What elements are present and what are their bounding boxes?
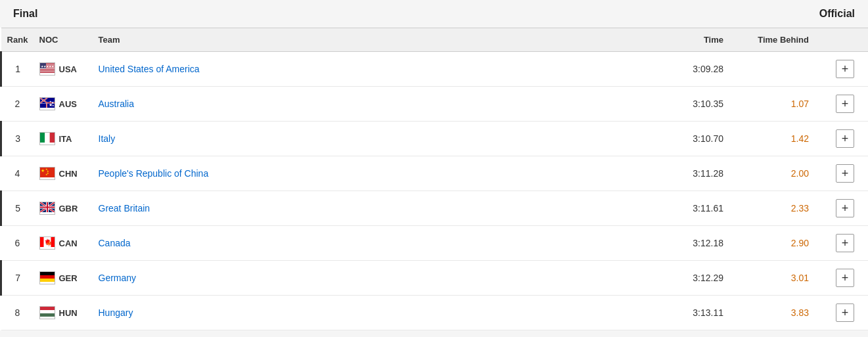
rank-cell: 7 bbox=[1, 261, 34, 296]
noc-code: GBR bbox=[59, 204, 78, 213]
svg-text:🍁: 🍁 bbox=[45, 238, 53, 247]
svg-text:★: ★ bbox=[49, 100, 52, 103]
expand-cell: + bbox=[822, 261, 868, 296]
table-row: 4 ★ ★ ★ ★ ★ CHN People's Republic of Chi… bbox=[1, 156, 869, 191]
svg-rect-8 bbox=[40, 68, 55, 69]
svg-rect-49 bbox=[40, 237, 44, 247]
time-value: 3:09.28 bbox=[664, 52, 737, 87]
team-name[interactable]: United States of America bbox=[93, 52, 665, 87]
expand-button[interactable]: + bbox=[836, 269, 854, 287]
team-name[interactable]: Canada bbox=[93, 226, 665, 261]
table-row: 3 ITA Italy 3:10.70 1.42 + bbox=[1, 122, 869, 156]
svg-rect-53 bbox=[40, 272, 55, 275]
svg-text:★: ★ bbox=[52, 104, 55, 107]
expand-button[interactable]: + bbox=[836, 234, 854, 252]
noc-code: AUS bbox=[59, 99, 77, 109]
expand-button[interactable]: + bbox=[836, 164, 854, 183]
team-name[interactable]: Australia bbox=[93, 87, 665, 122]
time-behind-value: 1.42 bbox=[737, 122, 822, 156]
results-container: Final Official Rank NOC Team Time Time B… bbox=[0, 0, 868, 330]
time-behind-value: 3.83 bbox=[737, 296, 822, 330]
svg-rect-58 bbox=[40, 313, 55, 317]
svg-rect-10 bbox=[40, 70, 55, 70]
official-label: Official bbox=[819, 8, 855, 20]
time-behind-value: 2.33 bbox=[737, 191, 822, 226]
noc-code: CAN bbox=[59, 238, 78, 248]
flag-icon bbox=[39, 271, 55, 284]
noc-cell: GBR bbox=[34, 191, 93, 226]
table-row: 2 ★ ★ ★ ★ AUS Australia bbox=[1, 87, 869, 122]
noc-code: GER bbox=[59, 273, 78, 283]
expand-cell: + bbox=[822, 296, 868, 330]
expand-cell: + bbox=[822, 52, 868, 87]
expand-button[interactable]: + bbox=[836, 60, 854, 78]
table-row: 7 GER Germany 3:12.29 3.01 + bbox=[1, 261, 869, 296]
noc-cell: ★★★★★★ USA bbox=[34, 52, 93, 87]
svg-rect-13 bbox=[40, 72, 55, 73]
time-behind-value: 1.07 bbox=[737, 87, 822, 122]
svg-rect-57 bbox=[40, 310, 55, 313]
time-value: 3:10.70 bbox=[664, 122, 737, 156]
flag-icon: 🍁 bbox=[39, 236, 55, 250]
col-actions bbox=[822, 28, 868, 52]
table-row: 8 HUN Hungary 3:13.11 3.83 + bbox=[1, 296, 869, 330]
flag-icon bbox=[39, 306, 55, 319]
flag-icon: ★ ★ ★ ★ bbox=[39, 97, 55, 110]
results-table-container: Rank NOC Team Time Time Behind 1 bbox=[0, 28, 868, 330]
header-bar: Final Official bbox=[0, 0, 868, 28]
time-value: 3:10.35 bbox=[664, 87, 737, 122]
time-behind-value: 2.90 bbox=[737, 226, 822, 261]
expand-button[interactable]: + bbox=[836, 303, 854, 322]
svg-rect-56 bbox=[40, 307, 55, 310]
team-name[interactable]: Germany bbox=[93, 261, 665, 296]
expand-button[interactable]: + bbox=[836, 95, 854, 113]
col-rank: Rank bbox=[1, 28, 34, 52]
noc-code: CHN bbox=[59, 169, 78, 179]
time-value: 3:11.28 bbox=[664, 156, 737, 191]
expand-cell: + bbox=[822, 191, 868, 226]
noc-code: HUN bbox=[59, 308, 78, 318]
expand-button[interactable]: + bbox=[836, 129, 854, 148]
time-behind-value: 2.00 bbox=[737, 156, 822, 191]
expand-button[interactable]: + bbox=[836, 199, 854, 217]
rank-cell: 6 bbox=[1, 226, 34, 261]
noc-cell: ★ ★ ★ ★ AUS bbox=[34, 87, 93, 122]
svg-rect-32 bbox=[49, 133, 54, 143]
col-time: Time bbox=[664, 28, 737, 52]
table-header-row: Rank NOC Team Time Time Behind bbox=[1, 28, 869, 52]
col-team: Team bbox=[93, 28, 665, 52]
rank-cell: 5 bbox=[1, 191, 34, 226]
noc-cell: ITA bbox=[34, 122, 93, 156]
noc-cell: GER bbox=[34, 261, 93, 296]
time-value: 3:13.11 bbox=[664, 296, 737, 330]
time-value: 3:12.18 bbox=[664, 226, 737, 261]
team-name[interactable]: Great Britain bbox=[93, 191, 665, 226]
svg-rect-31 bbox=[45, 133, 49, 143]
team-name[interactable]: Italy bbox=[93, 122, 665, 156]
svg-text:★★★★★★: ★★★★★★ bbox=[40, 64, 55, 68]
flag-icon bbox=[39, 132, 55, 145]
rank-cell: 8 bbox=[1, 296, 34, 330]
expand-cell: + bbox=[822, 226, 868, 261]
time-behind-value: 3.01 bbox=[737, 261, 822, 296]
svg-rect-30 bbox=[40, 133, 45, 143]
noc-cell: HUN bbox=[34, 296, 93, 330]
flag-icon: ★ ★ ★ ★ ★ bbox=[39, 167, 55, 180]
rank-cell: 4 bbox=[1, 156, 34, 191]
flag-icon: ★★★★★★ bbox=[39, 62, 55, 76]
team-name[interactable]: People's Republic of China bbox=[93, 156, 665, 191]
noc-cell: 🍁 CAN bbox=[34, 226, 93, 261]
noc-cell: ★ ★ ★ ★ ★ CHN bbox=[34, 156, 93, 191]
time-value: 3:11.61 bbox=[664, 191, 737, 226]
rank-cell: 3 bbox=[1, 122, 34, 156]
noc-code: ITA bbox=[59, 134, 72, 144]
team-name[interactable]: Hungary bbox=[93, 296, 665, 330]
table-row: 1 ★★★★★★ USA bbox=[1, 52, 869, 87]
svg-rect-9 bbox=[40, 69, 55, 70]
svg-rect-12 bbox=[40, 72, 55, 72]
col-time-behind: Time Behind bbox=[737, 28, 822, 52]
svg-rect-55 bbox=[40, 279, 55, 282]
svg-text:★: ★ bbox=[41, 168, 45, 173]
rank-cell: 2 bbox=[1, 87, 34, 122]
noc-code: USA bbox=[59, 64, 77, 74]
